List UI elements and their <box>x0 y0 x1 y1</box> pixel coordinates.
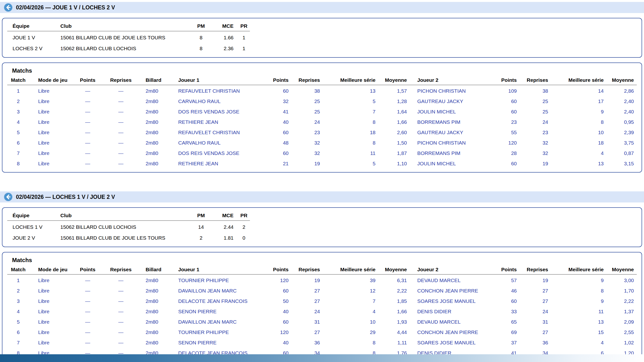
player2-points: 109 <box>492 88 519 94</box>
player1-points: 40 <box>264 340 290 346</box>
match-billard: 2m80 <box>138 309 174 315</box>
player1-meilleure-serie: 29 <box>322 330 378 335</box>
player2-moyenne: 2,40 <box>606 98 636 104</box>
player2-moyenne: 1,70 <box>606 288 636 294</box>
player1-name: TOURNIER PHILIPPE <box>174 330 264 335</box>
player2-name: DEVAUD MARCEL <box>409 319 492 325</box>
match-reprises-dash: — <box>103 150 138 156</box>
player1-name: DELACOTE JEAN FRANCOIS <box>174 298 264 304</box>
match-mode: Libre <box>30 130 72 135</box>
teams-header-mce: MCE <box>211 213 236 218</box>
col-joueur-2: Joueur 2 <box>409 77 492 83</box>
match-row: 4 Libre — — 2m80 SENON PIERRE 40 24 4 1,… <box>7 306 637 317</box>
player2-name: CONCHON JEAN PIERRE <box>409 288 492 294</box>
player1-points: 21 <box>264 161 290 167</box>
match-billard: 2m80 <box>138 150 174 156</box>
col-match: Match <box>7 77 30 83</box>
player1-points: 60 <box>264 88 290 94</box>
player2-moyenne: 2,39 <box>606 130 636 135</box>
player1-points: 60 <box>264 319 290 325</box>
player2-name: GAUTREAU JACKY <box>409 130 492 135</box>
player1-points: 32 <box>264 98 290 104</box>
match-number: 8 <box>7 161 30 167</box>
player1-moyenne: 2,22 <box>378 288 409 294</box>
match-billard: 2m80 <box>138 298 174 304</box>
player2-moyenne: 0,95 <box>606 119 636 125</box>
player1-moyenne: 1,50 <box>378 140 409 146</box>
player2-points: 120 <box>492 140 519 146</box>
player2-name: JOULIN MICHEL <box>409 109 492 115</box>
match-points-dash: — <box>72 330 103 335</box>
player2-meilleure-serie: 8 <box>550 288 606 294</box>
player2-points: 60 <box>492 98 519 104</box>
match-reprises-dash: — <box>103 278 138 283</box>
matches-body: 1 Libre — — 2m80 TOURNIER PHILIPPE 120 1… <box>7 275 637 358</box>
player1-name: CARVALHO RAUL <box>174 140 264 146</box>
match-number: 3 <box>7 109 30 115</box>
header-divider <box>7 274 637 275</box>
player2-points: 37 <box>492 340 519 346</box>
match-mode: Libre <box>30 88 72 94</box>
col-billard: Billard <box>138 267 174 273</box>
matches-panel: Matchs Match Mode de jeu Points Reprises… <box>2 252 642 362</box>
col-meilleure-serie-j1: Meilleure série <box>322 77 378 83</box>
match-number: 7 <box>7 340 30 346</box>
player2-moyenne: 1,37 <box>606 309 636 315</box>
player2-reprises: 19 <box>519 161 550 167</box>
col-moyenne-j2: Moyenne <box>606 267 636 273</box>
match-number: 2 <box>7 288 30 294</box>
player2-points: 55 <box>492 130 519 135</box>
player1-name: REFAUVELET CHRISTIAN <box>174 130 264 135</box>
player1-name: CARVALHO RAUL <box>174 98 264 104</box>
match-number: 1 <box>7 88 30 94</box>
col-joueur-1: Joueur 1 <box>174 77 264 83</box>
player2-meilleure-serie: 9 <box>550 109 606 115</box>
matches-body: 1 Libre — — 2m80 REFAUVELET CHRISTIAN 60… <box>7 86 637 169</box>
player2-meilleure-serie: 14 <box>550 88 606 94</box>
match-reprises-dash: — <box>103 298 138 304</box>
player2-reprises: 32 <box>519 140 550 146</box>
player1-reprises: 19 <box>290 278 322 283</box>
player2-name: DEVAUD MARCEL <box>409 278 492 283</box>
player2-moyenne: 3,15 <box>606 161 636 167</box>
match-row: 1 Libre — — 2m80 REFAUVELET CHRISTIAN 60… <box>7 86 637 96</box>
match-billard: 2m80 <box>138 119 174 125</box>
match-points-dash: — <box>72 140 103 146</box>
player2-name: JOULIN MICHEL <box>409 161 492 167</box>
match-mode: Libre <box>30 150 72 156</box>
player2-reprises: 24 <box>519 119 550 125</box>
player1-meilleure-serie: 18 <box>322 130 378 135</box>
player2-meilleure-serie: 17 <box>550 98 606 104</box>
player2-points: 65 <box>492 319 519 325</box>
match-mode: Libre <box>30 278 72 283</box>
teams-header-row: Équipe Club PM MCE PR <box>7 211 637 220</box>
player2-reprises: 25 <box>519 98 550 104</box>
team-mce: 2.44 <box>211 224 236 230</box>
player1-reprises: 32 <box>290 150 322 156</box>
match-row: 4 Libre — — 2m80 RETHIERE JEAN 40 24 8 1… <box>7 117 637 127</box>
col-meilleure-serie-j2: Meilleure série <box>550 77 606 83</box>
player2-reprises: 31 <box>519 319 550 325</box>
back-arrow-icon[interactable] <box>4 193 12 201</box>
col-reprises-j2: Reprises <box>519 267 550 273</box>
team-pr: 1 <box>236 46 252 51</box>
back-arrow-icon[interactable] <box>4 3 12 12</box>
match-reprises-dash: — <box>103 109 138 115</box>
col-match: Match <box>7 267 30 273</box>
col-joueur-1: Joueur 1 <box>174 267 264 273</box>
player1-points: 50 <box>264 298 290 304</box>
match-mode: Libre <box>30 330 72 335</box>
match-mode: Libre <box>30 298 72 304</box>
player1-moyenne: 1,85 <box>378 298 409 304</box>
player1-name: SENON PIERRE <box>174 309 264 315</box>
teams-header-pm: PM <box>191 23 211 29</box>
match-mode: Libre <box>30 340 72 346</box>
match-row: 8 Libre — — 2m80 RETHIERE JEAN 21 19 5 1… <box>7 158 637 169</box>
team-mce: 1.66 <box>211 35 236 40</box>
player1-meilleure-serie: 8 <box>322 119 378 125</box>
matches-panel: Matchs Match Mode de jeu Points Reprises… <box>2 62 642 173</box>
player2-reprises: 36 <box>519 340 550 346</box>
player1-points: 120 <box>264 278 290 283</box>
match-reprises-dash: — <box>103 98 138 104</box>
match-billard: 2m80 <box>138 278 174 283</box>
